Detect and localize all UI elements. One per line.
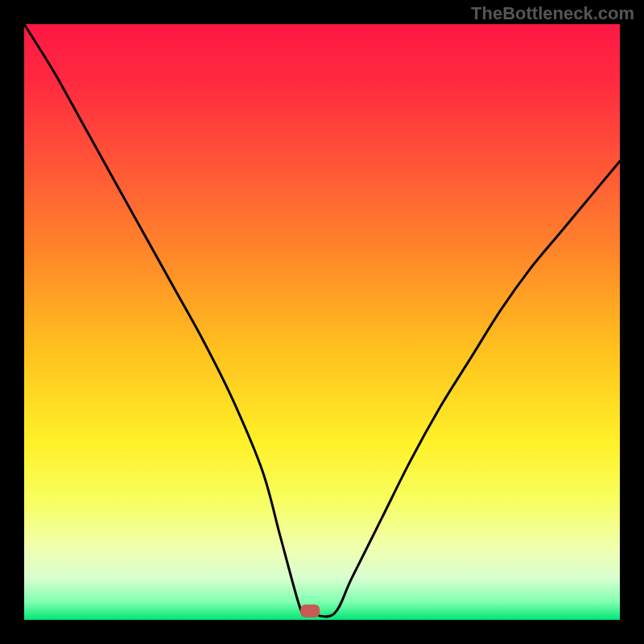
watermark-text: TheBottleneck.com bbox=[471, 3, 634, 24]
chart-plot-area bbox=[24, 24, 620, 620]
chart-svg bbox=[24, 24, 620, 620]
chart-marker bbox=[300, 605, 320, 617]
chart-background bbox=[24, 24, 620, 620]
